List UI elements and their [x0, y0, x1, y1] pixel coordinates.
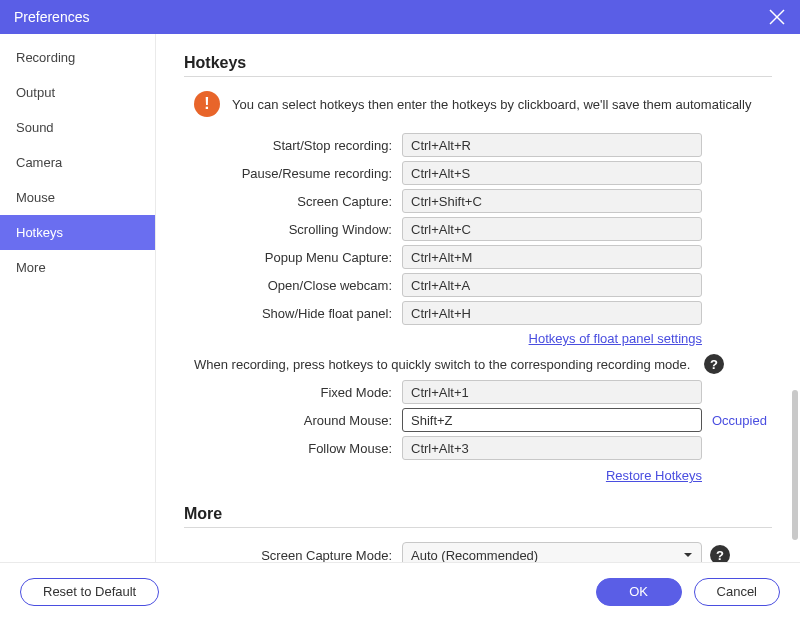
window-title: Preferences: [14, 9, 89, 25]
scrollbar-thumb[interactable]: [792, 390, 798, 540]
label-screen-capture-mode: Screen Capture Mode:: [184, 548, 402, 563]
section-hotkeys-title: Hotkeys: [184, 54, 772, 77]
reset-to-default-button[interactable]: Reset to Default: [20, 578, 159, 606]
select-screen-capture-mode[interactable]: Auto (Recommended): [402, 542, 702, 562]
input-scrolling-window[interactable]: [402, 217, 702, 241]
label-fixed-mode: Fixed Mode:: [184, 385, 402, 400]
label-follow-mouse: Follow Mouse:: [184, 441, 402, 456]
input-start-stop[interactable]: [402, 133, 702, 157]
sidebar: Recording Output Sound Camera Mouse Hotk…: [0, 34, 156, 562]
sidebar-item-recording[interactable]: Recording: [0, 40, 155, 75]
input-open-close-webcam[interactable]: [402, 273, 702, 297]
section-more-title: More: [184, 505, 772, 528]
ok-button[interactable]: OK: [596, 578, 682, 606]
help-icon[interactable]: ?: [710, 545, 730, 562]
cancel-button[interactable]: Cancel: [694, 578, 780, 606]
label-scrolling-window: Scrolling Window:: [184, 222, 402, 237]
float-panel-settings-link[interactable]: Hotkeys of float panel settings: [529, 331, 702, 346]
label-screen-capture: Screen Capture:: [184, 194, 402, 209]
occupied-note: Occupied: [712, 413, 767, 428]
sidebar-item-mouse[interactable]: Mouse: [0, 180, 155, 215]
sidebar-item-sound[interactable]: Sound: [0, 110, 155, 145]
content-pane: Hotkeys ! You can select hotkeys then en…: [156, 34, 800, 562]
input-screen-capture[interactable]: [402, 189, 702, 213]
input-popup-menu[interactable]: [402, 245, 702, 269]
label-start-stop: Start/Stop recording:: [184, 138, 402, 153]
restore-hotkeys-link[interactable]: Restore Hotkeys: [606, 468, 702, 483]
input-follow-mouse[interactable]: [402, 436, 702, 460]
label-popup-menu: Popup Menu Capture:: [184, 250, 402, 265]
sidebar-item-hotkeys[interactable]: Hotkeys: [0, 215, 155, 250]
sidebar-item-output[interactable]: Output: [0, 75, 155, 110]
input-fixed-mode[interactable]: [402, 380, 702, 404]
help-icon[interactable]: ?: [704, 354, 724, 374]
label-around-mouse: Around Mouse:: [184, 413, 402, 428]
mode-hint-text: When recording, press hotkeys to quickly…: [184, 357, 696, 372]
chevron-down-icon: [683, 550, 693, 560]
label-open-close-webcam: Open/Close webcam:: [184, 278, 402, 293]
input-around-mouse[interactable]: [402, 408, 702, 432]
footer: Reset to Default OK Cancel: [0, 562, 800, 620]
exclamation-icon: !: [194, 91, 220, 117]
title-bar: Preferences: [0, 0, 800, 34]
label-float-panel: Show/Hide float panel:: [184, 306, 402, 321]
label-pause-resume: Pause/Resume recording:: [184, 166, 402, 181]
hotkeys-info-text: You can select hotkeys then enter the ho…: [232, 97, 751, 112]
close-icon[interactable]: [768, 8, 786, 26]
select-capture-mode-value: Auto (Recommended): [411, 548, 538, 563]
sidebar-item-camera[interactable]: Camera: [0, 145, 155, 180]
input-float-panel[interactable]: [402, 301, 702, 325]
input-pause-resume[interactable]: [402, 161, 702, 185]
sidebar-item-more[interactable]: More: [0, 250, 155, 285]
